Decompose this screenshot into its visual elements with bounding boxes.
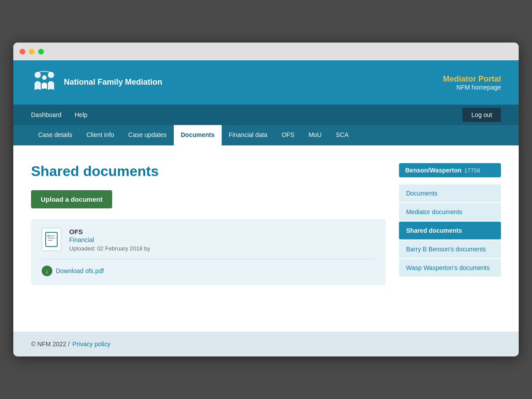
tab-case-updates[interactable]: Case updates: [121, 125, 173, 145]
footer-copyright: © NFM 2022 /: [31, 340, 70, 348]
doc-name: OFS: [69, 228, 150, 235]
content-area: Shared documents Upload a document: [31, 163, 386, 305]
sidebar-item-wasp-documents[interactable]: Wasp Wasperton's documents: [399, 259, 501, 277]
sidebar-item-barry-documents[interactable]: Barry B Benson's documents: [399, 240, 501, 258]
upload-document-button[interactable]: Upload a document: [31, 190, 112, 208]
site-footer: © NFM 2022 / Privacy policy: [13, 332, 519, 356]
sidebar-item-shared-documents[interactable]: Shared documents: [399, 222, 501, 239]
site-header: National Family Mediation Mediator Porta…: [13, 60, 519, 105]
sidebar-item-documents[interactable]: Documents: [399, 184, 501, 202]
close-button[interactable]: [20, 49, 25, 55]
nav-dashboard[interactable]: Dashboard: [31, 111, 62, 118]
sidebar-nav: Documents Mediator documents Shared docu…: [399, 184, 501, 277]
maximize-button[interactable]: [38, 49, 44, 55]
privacy-policy-link[interactable]: Privacy policy: [72, 340, 110, 348]
download-link[interactable]: Download ofs.pdf: [56, 267, 104, 274]
main-content: Shared documents Upload a document: [13, 145, 519, 332]
svg-rect-4: [47, 235, 49, 237]
tab-ofs[interactable]: OFS: [274, 125, 301, 145]
portal-title[interactable]: Mediator Portal: [443, 74, 501, 84]
tab-client-info[interactable]: Client info: [79, 125, 121, 145]
document-icon: [45, 232, 58, 247]
svg-point-2: [42, 75, 47, 80]
tab-mou[interactable]: MoU: [301, 125, 329, 145]
portal-links: Mediator Portal NFM homepage: [443, 74, 501, 91]
tab-documents[interactable]: Documents: [174, 125, 222, 145]
nfm-homepage-link[interactable]: NFM homepage: [443, 84, 501, 91]
nav-help[interactable]: Help: [75, 111, 88, 118]
case-id: 17758: [464, 167, 480, 174]
logo-text: National Family Mediation: [64, 77, 162, 88]
document-card: OFS Financial Uploaded: 02 February 2018…: [31, 219, 386, 285]
doc-icon-wrap: [42, 228, 61, 251]
case-name: Benson/Wasperton: [405, 167, 462, 174]
case-badge: Benson/Wasperton 17758: [399, 163, 501, 177]
sub-nav: Case details Client info Case updates Do…: [13, 125, 519, 145]
tab-sca[interactable]: SCA: [329, 125, 356, 145]
doc-category: Financial: [69, 236, 150, 243]
browser-window: National Family Mediation Mediator Porta…: [13, 43, 519, 356]
doc-upload-date: Uploaded: 02 February 2018 by: [69, 245, 150, 252]
doc-row: OFS Financial Uploaded: 02 February 2018…: [42, 228, 375, 259]
main-nav-links: Dashboard Help: [31, 111, 87, 118]
logout-button[interactable]: Log out: [462, 108, 501, 122]
sidebar-item-mediator-documents[interactable]: Mediator documents: [399, 203, 501, 221]
browser-titlebar: [13, 43, 519, 60]
logo-area: National Family Mediation: [31, 67, 162, 98]
svg-rect-3: [46, 232, 57, 246]
doc-info: OFS Financial Uploaded: 02 February 2018…: [69, 228, 150, 252]
doc-download-row[interactable]: ↓ Download ofs.pdf: [42, 266, 375, 276]
sidebar: Benson/Wasperton 17758 Documents Mediato…: [399, 163, 501, 305]
tab-financial-data[interactable]: Financial data: [222, 125, 274, 145]
download-icon: ↓: [42, 266, 52, 276]
tab-case-details[interactable]: Case details: [31, 125, 79, 145]
minimize-button[interactable]: [29, 49, 35, 55]
page-title: Shared documents: [31, 163, 386, 180]
logo-icon: [31, 67, 58, 98]
main-nav: Dashboard Help Log out: [13, 105, 519, 125]
